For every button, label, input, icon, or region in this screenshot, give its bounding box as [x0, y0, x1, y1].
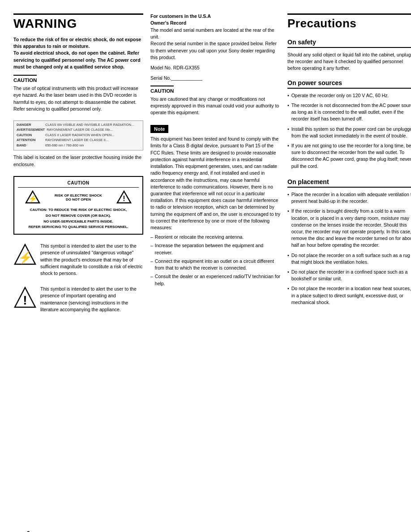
warning-title: WARNING	[13, 17, 143, 31]
dash-text-3: Connect the equipment into an outlet on …	[155, 258, 280, 271]
note-main-text: This equipment has been tested and found…	[150, 136, 280, 231]
laser-label-box: DANGERCLASS IIIb VISIBLE AND INVISIBLE L…	[13, 120, 143, 151]
dash-text-1: Reorient or relocate the receiving anten…	[155, 234, 244, 240]
placement-bullet-3-text: Do not place the recorder on a soft surf…	[291, 252, 411, 266]
dash-bullet-2: –	[150, 242, 153, 256]
caution2-section: CAUTION You are cautioned that any chang…	[150, 86, 280, 121]
power-bullet-4: If you are not going to use the recorder…	[287, 142, 411, 170]
dash-item-1: – Reorient or relocate the receiving ant…	[150, 234, 280, 240]
svg-text:⚡: ⚡	[28, 194, 37, 203]
dash-bullet-1: –	[150, 234, 153, 240]
elec-caution-title: CAUTION	[18, 180, 139, 188]
safety-heading: On safety	[287, 39, 411, 48]
note-label: Note	[150, 125, 168, 133]
warning-body-text: To reduce the risk of fire or electric s…	[13, 36, 143, 70]
placement-bullet-3: Do not place the recorder on a soft surf…	[287, 252, 411, 266]
symbol2-text: This symbol is intended to alert the use…	[40, 286, 143, 313]
symbol2-section: ! This symbol is intended to alert the u…	[13, 286, 143, 313]
label-caption: This label is located on the laser prote…	[13, 154, 143, 167]
caution1-text: The use of optical instruments with this…	[13, 85, 143, 112]
svg-text:!: !	[23, 293, 27, 307]
elec-caution-body: CAUTION: TO REDUCE THE RISK OF ELECTRIC …	[18, 207, 139, 230]
placement-bullet-4-text: Do not place the recorder in a confined …	[291, 269, 411, 282]
symbol1-section: ⚡ This symbol is intended to alert the u…	[13, 243, 143, 277]
dash-item-3: – Connect the equipment into an outlet o…	[150, 258, 280, 271]
dash-bullet-4: –	[150, 273, 153, 287]
svg-text:!: !	[123, 195, 125, 202]
caution2-text: You are cautioned that any change or mod…	[150, 96, 280, 116]
svg-text:⚡: ⚡	[18, 250, 33, 265]
owners-record-text: The model and serial numbers are located…	[150, 27, 280, 61]
dash-item-4: – Consult the dealer or an experienced r…	[150, 273, 280, 287]
power-bullet-3-text: Install this system so that the power co…	[291, 126, 411, 139]
column-2: For customers in the U.S.A Owner's Recor…	[150, 13, 280, 317]
placement-bullet-2-text: If the recorder is brought directly from…	[291, 208, 411, 249]
exclamation-triangle-icon: !	[116, 190, 132, 205]
power-bullet-1: Operate the recorder only on 120 V AC, 6…	[287, 92, 411, 99]
page-container: WARNING To reduce the risk of fire or el…	[13, 13, 411, 317]
dash-item-2: – Increase the separation between the eq…	[150, 242, 280, 256]
precautions-title: Precautions	[287, 17, 411, 30]
note-section: Note This equipment has been tested and …	[150, 125, 280, 289]
placement-bullet-1-text: Place the recorder in a location with ad…	[291, 191, 411, 205]
dash-text-2: Increase the separation between the equi…	[155, 242, 280, 256]
electrical-caution-box: CAUTION ⚡ RISK OF ELECTRIC SHOCKDO NOT O…	[13, 176, 143, 235]
dash-bullet-3: –	[150, 258, 153, 271]
safety-text: Should any solid object or liquid fall i…	[287, 51, 411, 72]
dash-items-list: – Reorient or relocate the receiving ant…	[150, 234, 280, 287]
column-3: Precautions On safety Should any solid o…	[287, 13, 411, 317]
placement-bullet-4: Do not place the recorder in a confined …	[287, 269, 411, 282]
placement-bullet-5: Do not place the recorder in a location …	[287, 285, 411, 306]
column-1: WARNING To reduce the risk of fire or el…	[13, 13, 143, 317]
exclamation-symbol-icon: !	[13, 286, 37, 308]
power-bullet-3: Install this system so that the power co…	[287, 126, 411, 139]
note-content: This equipment has been tested and found…	[150, 136, 280, 287]
placement-heading: On placement	[287, 178, 411, 188]
elec-risk-text: RISK OF ELECTRIC SHOCKDO NOT OPEN	[55, 193, 102, 202]
placement-bullet-5-text: Do not place the recorder in a location …	[291, 285, 411, 306]
caution1-title: CAUTION	[13, 75, 37, 83]
lightning-triangle-icon: ⚡	[25, 190, 40, 205]
electrical-icons-row: ⚡ RISK OF ELECTRIC SHOCKDO NOT OPEN !	[18, 190, 139, 205]
symbol1-text: This symbol is intended to alert the use…	[40, 243, 143, 277]
power-sources-section: On power sources Operate the recorder on…	[287, 77, 411, 173]
customers-header-section: For customers in the U.S.A Owner's Recor…	[150, 13, 280, 86]
serial-no: Serial No.____________	[150, 75, 280, 82]
placement-bullets-list: Place the recorder in a location with ad…	[287, 191, 411, 306]
power-bullet-2-text: The recorder is not disconnected from th…	[291, 102, 411, 123]
power-bullet-4-text: If you are not going to use the recorder…	[291, 142, 411, 170]
warning-top-bar	[13, 13, 143, 15]
power-bullet-2: The recorder is not disconnected from th…	[287, 102, 411, 123]
lightning-symbol-icon: ⚡	[13, 243, 37, 265]
placement-bullet-1: Place the recorder in a location with ad…	[287, 191, 411, 205]
model-no: Model No. RDR-GX355	[150, 64, 280, 71]
placement-bullet-2: If the recorder is brought directly from…	[287, 208, 411, 249]
owners-record-header: Owner's Record	[150, 20, 280, 26]
caution2-title: CAUTION	[150, 86, 174, 94]
power-bullet-1-text: Operate the recorder only on 120 V AC, 6…	[291, 92, 389, 99]
customers-header: For customers in the U.S.A	[150, 13, 280, 19]
power-bullets-list: Operate the recorder only on 120 V AC, 6…	[287, 92, 411, 170]
precautions-top-bar	[287, 13, 411, 15]
safety-section: On safety Should any solid object or liq…	[287, 36, 411, 77]
page-number: 2	[27, 530, 30, 532]
caution1-section: CAUTION The use of optical instruments w…	[13, 75, 143, 117]
dash-text-4: Consult the dealer or an experienced rad…	[155, 273, 280, 287]
placement-section: On placement Place the recorder in a loc…	[287, 176, 411, 309]
power-heading: On power sources	[287, 79, 411, 89]
